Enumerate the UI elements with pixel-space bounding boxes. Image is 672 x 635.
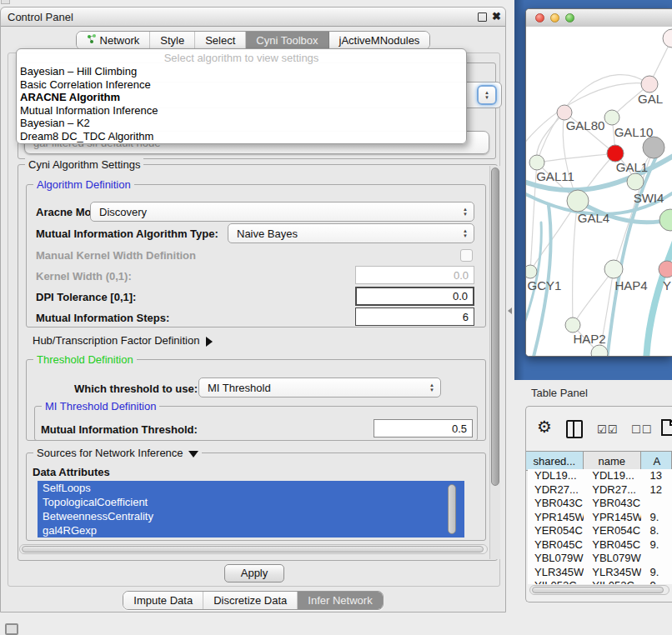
node-label-swi4: SWI4 <box>634 191 664 205</box>
data-attributes-list[interactable]: SelfLoopsTopologicalCoefficientBetweenne… <box>38 481 464 538</box>
mi-threshold-field[interactable] <box>374 419 473 438</box>
docked-panel-icon[interactable] <box>5 623 18 635</box>
network-window-titlebar[interactable] <box>526 9 672 28</box>
mi-type-stepper[interactable]: ▲▼ <box>459 226 471 241</box>
table-row[interactable]: YPR145WYPR145W9. <box>528 511 672 525</box>
network-edge[interactable] <box>536 112 564 162</box>
tab-style-label: Style <box>160 34 184 47</box>
column-header-name[interactable]: name <box>584 452 641 470</box>
table-cell: 12 <box>641 483 672 498</box>
columns-icon[interactable] <box>566 420 583 438</box>
kernel-width-field[interactable] <box>355 266 474 284</box>
zoom-traffic-light-icon[interactable] <box>565 13 574 22</box>
tab-jactivemnodules[interactable]: jActiveMNodules <box>329 32 430 49</box>
hub-definition-expander[interactable]: Hub/Transcription Factor Definition <box>33 334 213 347</box>
table-row[interactable]: YER054CYER054C8. <box>528 524 672 538</box>
settings-scrollbar[interactable] <box>489 166 500 559</box>
manual-kernel-checkbox[interactable] <box>460 249 473 262</box>
which-threshold-combo[interactable]: MI Threshold ▲▼ <box>198 378 441 398</box>
network-node-gal11[interactable] <box>529 155 544 170</box>
minimize-traffic-light-icon[interactable] <box>550 13 559 22</box>
table-row[interactable]: YDR27...YDR27...12 <box>528 483 672 498</box>
gear-icon[interactable]: ⚙ <box>537 418 552 435</box>
network-edge[interactable] <box>537 153 615 162</box>
tab-network[interactable]: Network <box>77 32 151 49</box>
bottom-tab-infer-network[interactable]: Infer Network <box>298 592 382 609</box>
splitter-collapse-icon[interactable] <box>508 308 512 314</box>
network-node[interactable] <box>659 209 672 231</box>
network-node-gal[interactable] <box>641 76 658 92</box>
settings-hscrollbar[interactable] <box>19 544 488 554</box>
table-cell: YER054C <box>584 524 641 538</box>
node-label-hap2: HAP2 <box>573 332 605 346</box>
mi-type-combo[interactable]: Naive Bayes ▲▼ <box>228 223 474 243</box>
dropdown-item-aracne-algorithm[interactable]: ARACNE Algorithm <box>17 91 466 104</box>
dpi-tolerance-field[interactable] <box>355 287 474 306</box>
table-row[interactable]: YIL052CYIL052C9. <box>528 579 672 584</box>
dropdown-item-bayesian-k2[interactable]: Bayesian – K2 <box>17 117 466 130</box>
settings-hscrollbar-thumb[interactable] <box>22 546 484 552</box>
which-threshold-stepper[interactable]: ▲▼ <box>426 380 438 395</box>
control-panel-tabbar: NetworkStyleSelectCyni ToolboxjActiveMNo… <box>1 31 505 50</box>
network-node-gal1[interactable] <box>607 145 624 162</box>
float-panel-icon[interactable] <box>478 12 487 22</box>
aracne-mode-stepper[interactable]: ▲▼ <box>459 204 471 219</box>
network-node[interactable] <box>663 29 672 48</box>
attributes-scrollbar-thumb[interactable] <box>448 484 456 534</box>
network-node-swi4[interactable] <box>627 173 644 190</box>
table-hscrollbar-thumb[interactable] <box>532 587 664 593</box>
sources-title-row[interactable]: Sources for Network Inference <box>33 447 202 459</box>
network-node[interactable] <box>643 137 664 158</box>
table-row[interactable]: YBR045CYBR045C9. <box>528 538 672 552</box>
dropdown-item-dream8-dc-tdc-algorithm[interactable]: Dream8 DC_TDC Algorithm <box>17 130 466 143</box>
column-header-a[interactable]: A <box>641 452 672 470</box>
table-row[interactable]: YBL079WYBL079W <box>528 552 672 566</box>
attribute-item-selfloops[interactable]: SelfLoops <box>38 481 464 495</box>
bottom-tab-discretize-data[interactable]: Discretize Data <box>203 592 298 609</box>
table-row[interactable]: YBR043CYBR043C <box>528 497 672 511</box>
table-hscrollbar[interactable] <box>529 585 669 595</box>
network-node-hap2[interactable] <box>565 318 580 332</box>
network-node-gal10[interactable] <box>604 110 619 125</box>
close-traffic-light-icon[interactable] <box>535 13 544 22</box>
bottom-tab-infer-network-label: Infer Network <box>308 594 372 607</box>
mi-steps-label: Mutual Information Steps: <box>36 312 169 324</box>
dropdown-item-bayesian-hill-climbing[interactable]: Bayesian – Hill Climbing <box>17 65 466 78</box>
aracne-mode-combo[interactable]: Discovery ▲▼ <box>90 202 474 222</box>
table-row[interactable]: YDL19...YDL19...13 <box>528 469 672 483</box>
data-attributes-label: Data Attributes <box>33 466 110 478</box>
bottom-tab-impute-data[interactable]: Impute Data <box>123 592 203 609</box>
attribute-item-betweennesscentrality[interactable]: BetweennessCentrality <box>38 509 464 523</box>
close-icon[interactable]: ✖ <box>492 10 501 22</box>
dropdown-item-mutual-information-inference[interactable]: Mutual Information Inference <box>17 104 466 118</box>
screen: Control Panel ✖ NetworkStyleSelectCyni T… <box>0 0 672 635</box>
select-all-checks-icon[interactable]: ☑☑ <box>597 423 618 436</box>
tab-style[interactable]: Style <box>150 32 195 49</box>
network-node-gal4[interactable] <box>567 190 589 212</box>
column-header-shared-[interactable]: shared... <box>526 452 584 470</box>
network-icon <box>87 34 97 47</box>
table-cell: YPR145W <box>528 511 584 525</box>
table-cell: YBR045C <box>528 538 584 552</box>
attribute-item-topologicalcoefficient[interactable]: TopologicalCoefficient <box>38 495 464 509</box>
network-graph[interactable]: GALGAL80GAL10GAL1GAL11SWI4GAL4GCY1HAP4YH… <box>526 27 672 357</box>
settings-scrollbar-thumb[interactable] <box>491 168 499 486</box>
which-threshold-value: MI Threshold <box>208 382 271 394</box>
table-cell <box>641 497 672 511</box>
deselect-all-checks-icon[interactable]: ☐☐ <box>631 423 652 436</box>
mi-steps-field[interactable] <box>355 308 474 326</box>
table-row[interactable]: YLR345WYLR345W9. <box>528 566 672 580</box>
network-node-hap4[interactable] <box>604 260 623 278</box>
dropdown-item-basic-correlation-inference[interactable]: Basic Correlation Inference <box>17 78 466 92</box>
tab-cyni-toolbox[interactable]: Cyni Toolbox <box>246 32 328 49</box>
network-edge[interactable] <box>646 239 672 357</box>
apply-button[interactable]: Apply <box>224 564 284 582</box>
network-node-y[interactable] <box>659 261 672 278</box>
combo-stepper-focused[interactable]: ▲▼ <box>477 85 497 105</box>
network-node-gcy1[interactable] <box>526 265 537 278</box>
export-file-icon[interactable] <box>660 418 672 437</box>
attribute-item-gal4rgexp[interactable]: gal4RGexp <box>38 523 464 538</box>
network-edge[interactable] <box>573 269 614 325</box>
tab-select[interactable]: Select <box>195 32 246 49</box>
network-canvas[interactable]: GALGAL80GAL10GAL1GAL11SWI4GAL4GCY1HAP4YH… <box>526 27 672 357</box>
